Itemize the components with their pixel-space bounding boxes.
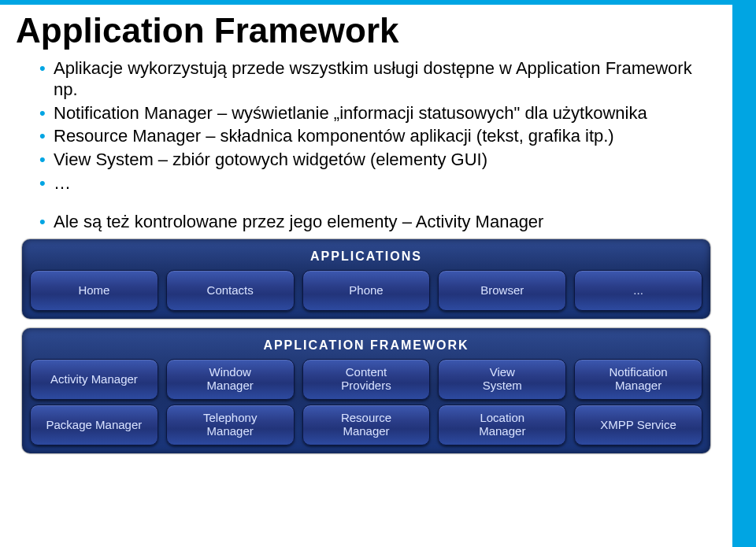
bullet-item: Notification Manager – wyświetlanie „inf…: [39, 103, 717, 124]
accent-right-stripe: [732, 0, 756, 547]
block-window-manager: Window Manager: [166, 359, 295, 400]
page-title: Application Framework: [16, 11, 717, 50]
block-notification-manager: Notification Manager: [574, 359, 702, 400]
bullet-item: Ale są też kontrolowane przez jego eleme…: [39, 212, 717, 233]
block-phone: Phone: [302, 270, 431, 311]
block-package-manager: Package Manager: [30, 405, 158, 445]
slide-content: Application Framework Aplikacje wykorzys…: [0, 5, 732, 547]
block-resource-manager: Resource Manager: [302, 405, 431, 445]
layer-application-framework: Application Framework Activity Manager W…: [22, 328, 710, 453]
bullet-item: View System – zbiór gotowych widgetów (e…: [39, 150, 717, 171]
layer-title: Application Framework: [30, 334, 702, 354]
block-home: Home: [30, 270, 158, 311]
layer-applications: Applications Home Contacts Phone Browser…: [22, 239, 710, 319]
bullet-item: Aplikacje wykorzystują przede wszystkim …: [39, 58, 717, 101]
bullet-list-bottom: Ale są też kontrolowane przez jego eleme…: [39, 212, 717, 233]
block-browser: Browser: [438, 270, 566, 311]
bullet-item: Resource Manager – składnica komponentów…: [39, 126, 717, 147]
architecture-diagram: Applications Home Contacts Phone Browser…: [22, 239, 710, 453]
layer-row: Activity Manager Window Manager Content …: [30, 359, 702, 400]
block-xmpp-service: XMPP Service: [574, 405, 702, 445]
layer-title: Applications: [30, 246, 702, 265]
block-more: ...: [574, 270, 702, 311]
bullet-list-top: Aplikacje wykorzystują przede wszystkim …: [39, 58, 717, 194]
block-activity-manager: Activity Manager: [30, 359, 158, 400]
block-telephony-manager: Telephony Manager: [166, 405, 295, 445]
block-contacts: Contacts: [166, 270, 295, 311]
block-location-manager: Location Manager: [438, 405, 566, 445]
layer-row: Package Manager Telephony Manager Resour…: [30, 405, 702, 445]
block-view-system: View System: [438, 359, 566, 400]
block-content-providers: Content Providers: [302, 359, 431, 400]
bullet-item: …: [39, 173, 717, 194]
layer-row: Home Contacts Phone Browser ...: [30, 270, 702, 311]
